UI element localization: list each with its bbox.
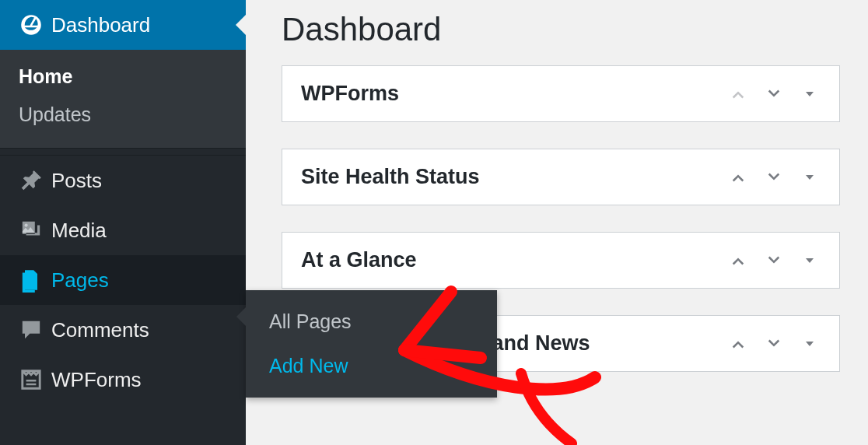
toggle-button[interactable]: [799, 83, 821, 105]
move-up-button[interactable]: [727, 250, 749, 272]
move-down-button[interactable]: [763, 83, 785, 105]
postbox-wpforms: WPForms: [282, 65, 840, 122]
sidebar-subitem-updates[interactable]: Updates: [0, 96, 246, 134]
sidebar-item-dashboard[interactable]: Dashboard: [0, 0, 246, 50]
comments-icon: [19, 317, 51, 342]
move-down-button[interactable]: [763, 250, 785, 272]
toggle-button[interactable]: [799, 333, 821, 355]
postbox-actions: [727, 333, 821, 355]
sidebar-item-label: Media: [51, 219, 107, 243]
media-icon: [19, 218, 51, 243]
sidebar-item-label: Pages: [51, 268, 109, 293]
sidebar-item-label: Dashboard: [51, 13, 150, 37]
wpforms-icon: [19, 367, 51, 392]
sidebar-item-label: WPForms: [51, 368, 142, 392]
postbox-actions: [727, 166, 821, 188]
sidebar-item-comments[interactable]: Comments: [0, 305, 246, 355]
move-up-button[interactable]: [727, 83, 749, 105]
toggle-button[interactable]: [799, 166, 821, 188]
sidebar-item-label: Posts: [51, 169, 102, 193]
sidebar-separator: [0, 148, 246, 156]
pin-icon: [19, 168, 51, 193]
svg-point-0: [25, 224, 28, 227]
admin-sidebar: Dashboard Home Updates Posts Media Pages…: [0, 0, 246, 445]
sidebar-subitem-home[interactable]: Home: [0, 58, 246, 96]
page-title: Dashboard: [282, 11, 840, 48]
move-down-button[interactable]: [763, 333, 785, 355]
sidebar-item-posts[interactable]: Posts: [0, 156, 246, 205]
flyout-item-add-new[interactable]: Add New: [246, 344, 497, 388]
postbox-title: At a Glance: [301, 248, 417, 272]
postbox-header: WPForms: [282, 66, 839, 121]
move-up-button[interactable]: [727, 333, 749, 355]
dashboard-icon: [19, 12, 51, 37]
sidebar-item-media[interactable]: Media: [0, 205, 246, 255]
sidebar-item-pages[interactable]: Pages: [0, 255, 246, 305]
toggle-button[interactable]: [799, 250, 821, 272]
move-up-button[interactable]: [727, 166, 749, 188]
flyout-item-all-pages[interactable]: All Pages: [246, 300, 497, 344]
postbox-title: Site Health Status: [301, 165, 480, 189]
postbox-at-a-glance: At a Glance: [282, 232, 840, 289]
move-down-button[interactable]: [763, 166, 785, 188]
postbox-site-health: Site Health Status: [282, 149, 840, 205]
postbox-header: At a Glance: [282, 233, 839, 288]
postbox-title: WPForms: [301, 82, 399, 106]
postbox-actions: [727, 250, 821, 272]
sidebar-item-label: Comments: [51, 318, 149, 342]
flyout-pages: All Pages Add New: [246, 290, 497, 398]
pages-icon: [19, 268, 51, 293]
sidebar-submenu-dashboard: Home Updates: [0, 50, 246, 148]
sidebar-item-wpforms[interactable]: WPForms: [0, 355, 246, 405]
postbox-actions: [727, 83, 821, 105]
postbox-header: Site Health Status: [282, 149, 839, 205]
